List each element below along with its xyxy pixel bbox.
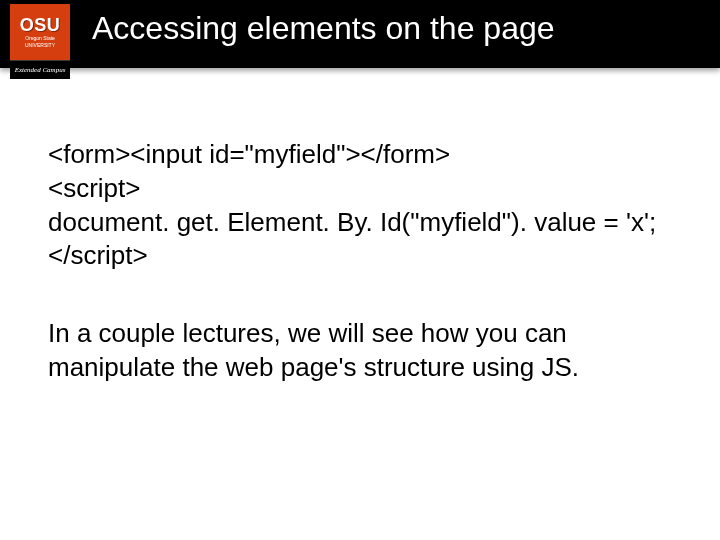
logo-top: OSU Oregon State UNIVERSITY	[10, 4, 70, 60]
slide-title: Accessing elements on the page	[92, 10, 555, 47]
logo-extended: Extended Campus	[15, 66, 66, 74]
code-line-1: <form><input id="myfield"></form>	[48, 138, 672, 172]
logo-acronym: OSU	[20, 16, 61, 34]
code-block: <form><input id="myfield"></form> <scrip…	[48, 138, 672, 273]
note-text: In a couple lectures, we will see how yo…	[48, 317, 672, 385]
code-line-3: document. get. Element. By. Id("myfield"…	[48, 206, 672, 240]
code-line-4: </script>	[48, 239, 672, 273]
logo-bottom: Extended Campus	[10, 60, 70, 79]
logo-line1: Oregon State	[25, 36, 55, 42]
code-line-2: <script>	[48, 172, 672, 206]
slide-header: OSU Oregon State UNIVERSITY Extended Cam…	[0, 0, 720, 78]
slide-content: <form><input id="myfield"></form> <scrip…	[0, 78, 720, 385]
osu-logo: OSU Oregon State UNIVERSITY Extended Cam…	[10, 4, 70, 88]
logo-line2: UNIVERSITY	[25, 43, 55, 49]
